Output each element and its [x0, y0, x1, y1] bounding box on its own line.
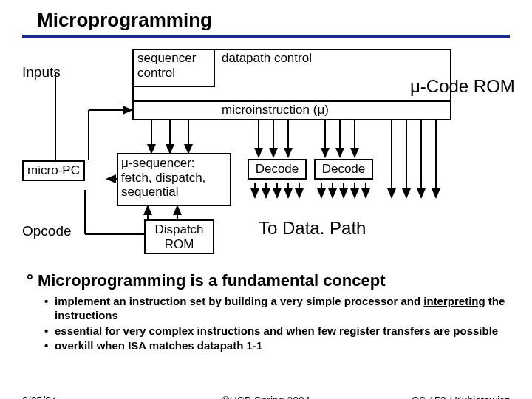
decode-box-1: Decode — [248, 159, 307, 180]
footer-copyright: ©UCB Spring 2004 — [222, 395, 310, 399]
footer-date: 2/25/04 — [22, 395, 57, 399]
opcode-label: Opcode — [22, 223, 72, 239]
footer-course: CS 152 / KubiatowiczLec 9. 14 — [412, 395, 510, 399]
dp-control-label: datapath control — [222, 51, 312, 66]
bullet-section: ° Microprogramming is a fundamental conc… — [0, 271, 532, 353]
micro-pc-box: micro-PC — [22, 160, 85, 181]
bullet-item: implement an instruction set by building… — [44, 295, 505, 323]
seq-control-label: sequencer control — [137, 51, 211, 81]
bullet-item: essential for very complex instructions … — [44, 324, 505, 338]
mu-sequencer-box: μ-sequencer: fetch, dispatch, sequential — [117, 153, 231, 206]
microinstruction-label: microinstruction (μ) — [222, 103, 329, 117]
mu-glyph: μ — [410, 76, 420, 96]
dispatch-rom-box: Dispatch ROM — [144, 219, 214, 254]
title-underline — [22, 35, 510, 38]
to-datapath-label: To Data. Path — [259, 218, 366, 239]
bullet-item: overkill when ISA matches datapath 1-1 — [44, 339, 505, 353]
slide-title: Microprogramming — [0, 0, 532, 35]
diagram-area: Inputs sequencer control datapath contro… — [0, 42, 532, 271]
rom-label: μ-Code ROM — [410, 76, 515, 97]
inputs-label: Inputs — [22, 64, 61, 81]
decode-box-2: Decode — [314, 159, 373, 180]
bullet-headline: ° Microprogramming is a fundamental conc… — [27, 271, 505, 290]
